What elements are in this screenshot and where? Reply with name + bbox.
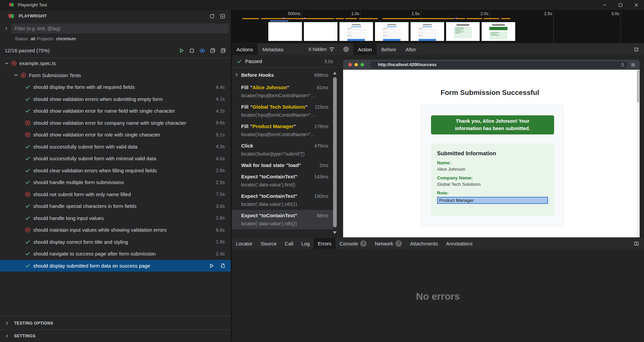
chevron-right-icon[interactable]	[234, 72, 239, 77]
tab-annotations[interactable]: Annotations	[442, 238, 477, 249]
tab-action[interactable]: Action	[353, 44, 377, 55]
test-row[interactable]: should display the form with all require…	[0, 81, 231, 93]
page-scrollbar-thumb[interactable]	[637, 70, 639, 102]
close-button[interactable]	[628, 0, 644, 10]
scrollbar-thumb[interactable]	[333, 77, 337, 227]
chevron-down-icon[interactable]	[4, 61, 9, 66]
timeline-thumbnail[interactable]	[411, 22, 444, 41]
tab-locator[interactable]: Locator	[232, 238, 257, 249]
watch-eye-icon[interactable]	[199, 48, 205, 54]
maximize-button[interactable]	[612, 0, 628, 10]
split-view-icon[interactable]	[634, 241, 639, 246]
goto-test-icon[interactable]	[220, 263, 225, 269]
test-row[interactable]: should show validation error for name fi…	[0, 105, 231, 117]
test-label: should show validation error for role wi…	[33, 132, 160, 137]
action-item-highlighted[interactable]: Expect "toContainText"88ms locator('.dat…	[232, 210, 333, 229]
tree-file-row[interactable]: example.spec.ts	[0, 57, 231, 69]
test-label: should show validation errors when submi…	[33, 96, 163, 102]
test-passed-icon	[25, 84, 31, 90]
chevron-down-icon[interactable]	[13, 72, 19, 78]
action-item[interactable]: Click475ms locator('button[type="submit"…	[232, 140, 333, 160]
filter-input[interactable]	[11, 23, 229, 34]
collapse-all-icon[interactable]	[210, 48, 216, 54]
page-scrollbar[interactable]	[637, 70, 640, 237]
timeline-action-bar	[455, 18, 465, 19]
actions-list: Before Hooks896ms FillAlice Johnson81ms …	[232, 69, 333, 229]
trace-timeline[interactable]: 500ms 1.0s 1.5s 2.0s 2.5s 3.0s	[232, 10, 644, 44]
fill-value: Alice Johnson	[250, 83, 289, 92]
test-row[interactable]: should handle long input values2.6s	[0, 212, 231, 224]
test-explorer-sidebar: PLAYWRIGHT Status: all Projects: chromiu…	[0, 10, 231, 342]
minimize-button[interactable]	[597, 0, 612, 10]
test-label: should handle multiple form submissions	[33, 179, 124, 185]
action-item[interactable]: FillAlice Johnson81ms locator('input[for…	[232, 82, 333, 101]
tab-log[interactable]: Log	[297, 238, 314, 249]
test-row[interactable]: should clear validation errors when fill…	[0, 165, 231, 177]
timeline-thumbnail[interactable]	[375, 22, 409, 41]
scrollbar-up-arrow[interactable]	[333, 72, 336, 74]
test-row[interactable]: should show validation errors when submi…	[0, 93, 231, 105]
sidebar-header: PLAYWRIGHT	[0, 10, 231, 22]
menu-icon[interactable]	[631, 62, 636, 67]
test-row[interactable]: should display correct form title and st…	[0, 236, 231, 248]
refresh-tests-icon[interactable]	[209, 13, 215, 19]
network-badge: 7	[395, 240, 402, 247]
timeline-thumbnail[interactable]	[446, 22, 480, 41]
test-row[interactable]: should show validation error for company…	[0, 117, 231, 129]
scrollbar-down-arrow[interactable]	[333, 231, 336, 234]
timeline-thumbnail[interactable]	[304, 22, 337, 41]
section-testing-options[interactable]: TESTING OPTIONS	[0, 316, 231, 330]
tab-call[interactable]: Call	[281, 238, 298, 249]
run-all-icon[interactable]	[178, 48, 184, 54]
chevron-right-icon[interactable]	[4, 26, 9, 31]
test-row[interactable]: should handle special characters in form…	[0, 200, 231, 212]
copy-page-icon[interactable]	[620, 63, 625, 67]
timeline-thumbnail[interactable]	[339, 22, 373, 41]
tab-actions[interactable]: Actions	[232, 44, 258, 55]
tab-metadata[interactable]: Metadata	[258, 44, 288, 55]
test-row[interactable]: should show validation error for role wi…	[0, 129, 231, 141]
action-item[interactable]: Before Hooks896ms	[232, 69, 333, 82]
test-duration: 2.9s	[216, 180, 231, 185]
test-row-selected[interactable]: should display submitted form data on su…	[0, 260, 231, 272]
maximize-icon	[619, 3, 623, 7]
tab-network[interactable]: Network7	[371, 238, 406, 249]
no-errors-message: No errors	[232, 291, 644, 302]
test-row[interactable]: should successfully submit form with val…	[0, 141, 231, 153]
expand-all-icon[interactable]	[220, 48, 226, 54]
test-row[interactable]: should not submit form with only name fi…	[0, 188, 231, 201]
action-item[interactable]: FillGlobal Tech Solutions115ms locator('…	[232, 101, 333, 121]
test-failed-icon	[25, 227, 31, 233]
section-settings[interactable]: SETTINGS	[0, 330, 231, 342]
tab-errors[interactable]: Errors	[314, 238, 335, 249]
test-row[interactable]: should successfully submit form with min…	[0, 153, 231, 165]
action-item[interactable]: Expect "toContainText"150ms locator('.da…	[232, 190, 333, 210]
stop-icon[interactable]	[189, 48, 195, 54]
action-item[interactable]: Expect "toContainText"143ms locator('.da…	[232, 171, 333, 190]
timeline-thumbnail[interactable]	[268, 22, 302, 41]
timeline-tick: 2.5s	[529, 11, 552, 16]
tab-after[interactable]: After	[401, 44, 421, 55]
run-profile-icon[interactable]	[220, 13, 225, 19]
tab-attachments[interactable]: Attachments	[406, 238, 442, 249]
tab-source[interactable]: Source	[257, 238, 281, 249]
test-duration: 1.8s	[216, 239, 231, 244]
role-label: Role:	[437, 190, 548, 195]
tab-console[interactable]: Console3	[335, 238, 371, 249]
test-duration: 6.6s	[216, 227, 231, 233]
filter-funnel-icon[interactable]	[329, 47, 334, 52]
open-external-icon[interactable]	[634, 47, 639, 52]
timeline-gridline	[302, 10, 302, 43]
action-item[interactable]: FillProduct Manager176ms locator('input[…	[232, 121, 333, 140]
test-row[interactable]: should handle multiple form submissions2…	[0, 176, 231, 188]
timeline-thumbnail[interactable]	[482, 22, 515, 41]
tree-suite-row[interactable]: Form Submission Tests	[0, 69, 231, 81]
action-item[interactable]: Wait for load state "load"2ms	[232, 160, 333, 171]
test-passed-icon	[236, 59, 242, 64]
company-value: Global Tech Solutions	[437, 182, 548, 187]
test-row[interactable]: should navigate to success page after fo…	[0, 248, 231, 260]
pick-locator-icon[interactable]	[343, 46, 349, 52]
test-row[interactable]: should maintain input values while showi…	[0, 224, 231, 236]
run-test-icon[interactable]	[209, 263, 214, 269]
tab-before[interactable]: Before	[377, 44, 401, 55]
